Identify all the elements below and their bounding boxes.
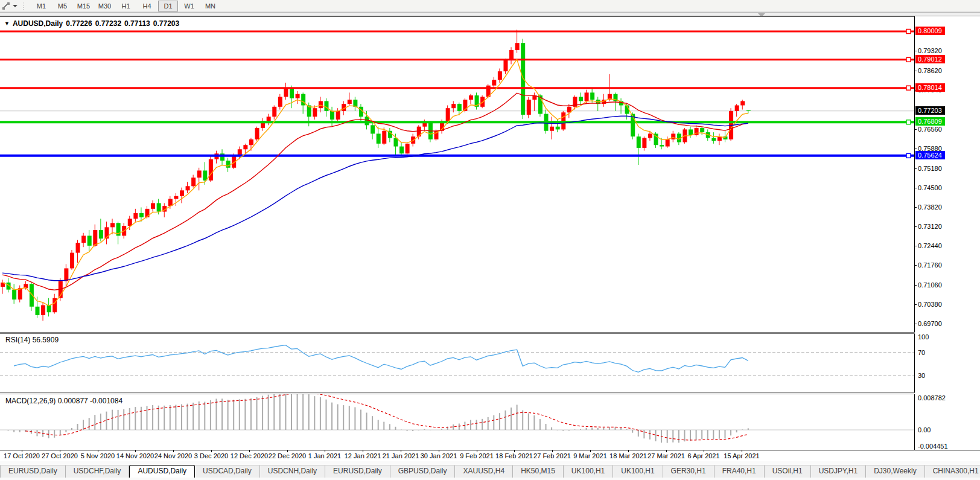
chart-tab-gbpusd[interactable]: GBPUSD,Daily [390,466,456,478]
chart-tab-fra40[interactable]: FRA40,H1 [714,466,765,478]
quote-high: 0.77232 [95,19,121,28]
price-tick [914,149,917,149]
price-tick-label: 0.73820 [918,203,942,211]
candlestick-chart[interactable] [0,17,914,332]
chart-tab-xauusd[interactable]: XAUUSD,H4 [455,466,513,478]
price-tick [914,285,917,286]
chart-tab-audusd[interactable]: AUDUSD,Daily [129,465,195,478]
chart-tab-hk50[interactable]: HK50,M15 [513,466,564,478]
timeframe-buttons: M1M5M15M30H1H4D1W1MN [28,0,223,12]
timeframe-button-m30[interactable]: M30 [95,1,115,11]
date-label: 18 Feb 2021 [495,452,533,459]
date-label: 6 Apr 2021 [687,452,719,459]
date-label: 1 Jan 2021 [308,452,341,459]
chart-tab-dj30[interactable]: DJ30,Weekly [866,466,924,478]
price-line-badge[interactable]: 0.80009 [915,27,945,35]
macd-axis-label: -0.004451 [918,443,948,450]
chart-tab-china300[interactable]: CHINA300,H1 [925,466,980,478]
date-label: 17 Oct 2020 [4,452,40,459]
chart-tab-usdcnh[interactable]: USDCNH,Daily [260,466,325,478]
date-label: 15 Apr 2021 [724,452,759,459]
date-label: 27 Feb 2021 [533,452,571,459]
date-label: 27 Oct 2020 [42,452,78,459]
price-line-badge[interactable]: 0.78014 [915,83,945,92]
price-tick-label: 0.72440 [918,242,942,249]
chart-tab-usoil[interactable]: USOil,H1 [765,466,811,478]
date-label: 9 Feb 2021 [460,452,494,459]
rsi-indicator-pane[interactable] [0,334,914,392]
collapse-chart-icon[interactable]: ▼ [4,21,10,27]
current-price-badge: 0.77203 [915,106,945,115]
chart-tabs: EURUSD,DailyUSDCHF,DailyAUDUSD,DailyUSDC… [0,465,980,478]
date-label: 12 Jan 2021 [345,452,381,459]
price-tick-label: 0.74500 [918,184,942,191]
trading-terminal: M1M5M15M30H1H4D1W1MN ▼ AUDUSD,Daily 0.77… [0,0,980,480]
quote-close: 0.77203 [153,19,179,28]
macd-indicator-pane[interactable] [0,394,914,450]
chart-tab-eurusd[interactable]: EURUSD,Daily [0,466,66,478]
timeframe-button-m1[interactable]: M1 [31,1,51,11]
price-tick [914,226,917,227]
date-label: 24 Nov 2020 [154,452,192,459]
chart-tab-eurusd[interactable]: EURUSD,Daily [325,466,390,478]
chart-tab-usdcad[interactable]: USDCAD,Daily [195,466,260,478]
rsi-axis-label: 30 [918,372,925,379]
timeframe-button-w1[interactable]: W1 [179,1,199,11]
cursor-tool-button[interactable] [0,2,19,10]
macd-axis-label: 0.00 [918,426,931,434]
quote-low: 0.77113 [124,19,150,28]
chart-scrollbar[interactable] [0,12,980,16]
price-tick-label: 0.79320 [918,47,942,54]
date-label: 14 Nov 2020 [116,452,154,459]
timeframe-toolbar: M1M5M15M30H1H4D1W1MN [0,0,980,12]
chart-tab-usdjpy[interactable]: USDJPY,H1 [811,466,866,478]
date-label: 21 Jan 2021 [383,452,419,459]
price-tick-label: 0.78620 [918,67,942,74]
price-tick-label: 0.71060 [918,281,942,289]
price-tick [914,168,917,169]
chevron-down-icon[interactable] [13,5,18,7]
price-tick [914,207,917,208]
chart-tab-ger30[interactable]: GER30,H1 [663,466,714,478]
chart-tab-usdchf[interactable]: USDCHF,Daily [66,466,130,478]
date-label: 18 Mar 2021 [609,452,647,459]
date-label: 22 Dec 2020 [269,452,306,459]
price-line-badge[interactable]: 0.75624 [915,151,945,159]
price-tick [914,304,917,305]
rsi-label: RSI(14) 56.5909 [5,336,59,344]
price-axis-line [914,16,915,450]
price-tick-label: 0.75180 [918,165,942,172]
price-tick-label: 0.70380 [918,301,942,308]
price-line-badge[interactable]: 0.76809 [915,117,945,126]
price-tick [914,129,917,130]
timeframe-button-h1[interactable]: H1 [116,1,136,11]
date-label: 27 Mar 2021 [648,452,685,459]
time-axis: 17 Oct 202027 Oct 20205 Nov 202014 Nov 2… [0,450,980,461]
timeframe-button-m15[interactable]: M15 [74,1,94,11]
timeframe-button-m5[interactable]: M5 [52,1,72,11]
price-tick-label: 0.73120 [918,223,942,230]
date-label: 3 Dec 2020 [194,452,228,459]
price-line-badge[interactable]: 0.79012 [915,55,945,63]
chart-tab-uk100[interactable]: UK100,H1 [564,466,613,478]
price-tick [914,51,917,51]
price-tick-label: 0.71760 [918,261,942,269]
chart-title: ▼ AUDUSD,Daily 0.77226 0.77232 0.77113 0… [4,19,179,28]
macd-axis-label: 0.008782 [918,394,946,402]
price-tick [914,188,917,188]
rsi-axis-label: 70 [918,349,925,356]
cursor-crosshair-icon [2,2,11,10]
timeframe-button-d1[interactable]: D1 [158,1,178,11]
timeframe-button-mn[interactable]: MN [200,1,220,11]
timeframe-button-h4[interactable]: H4 [137,1,157,11]
chart-tabbar-zone: EURUSD,DailyUSDCHF,DailyAUDUSD,DailyUSDC… [0,461,980,480]
symbol-period-label: AUDUSD,Daily [13,19,63,28]
price-tick [914,265,917,266]
price-tick-label: 0.69700 [918,320,942,327]
quote-open: 0.77226 [66,19,92,28]
chart-tab-uk100[interactable]: UK100,H1 [613,466,663,478]
rsi-axis-label: 100 [918,333,929,341]
toolbar-grip [22,2,25,10]
price-tick-label: 0.76560 [918,126,942,133]
price-tick [914,71,917,71]
